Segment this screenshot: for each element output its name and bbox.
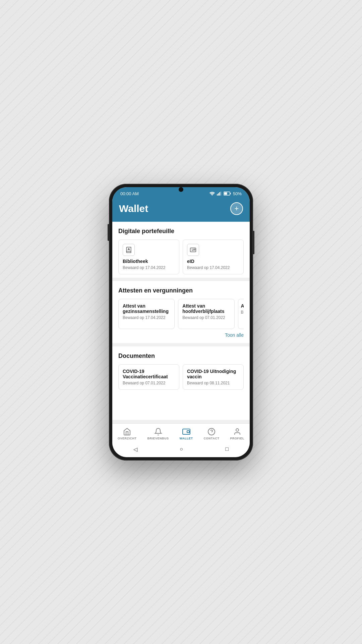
covid-vac-title: COVID-19 Vaccinatiecertificaat: [123, 369, 175, 379]
wifi-icon: [209, 192, 215, 196]
back-button[interactable]: ◁: [133, 446, 137, 452]
svg-rect-12: [187, 431, 189, 433]
svg-rect-4: [220, 192, 221, 196]
covid-uitnodiging-subtitle: Bewaard op 08.11.2021: [187, 381, 239, 385]
gezinssamenstelling-subtitle: Bewaard op 17.04.2022: [123, 315, 170, 320]
nav-brievenbus[interactable]: BRIEVENBUS: [144, 427, 172, 441]
svg-rect-1: [217, 194, 218, 196]
gezinssamenstelling-title: Attest van gezinssamenstelling: [123, 303, 170, 314]
eid-subtitle: Bewaard op 17.04.2022: [187, 265, 239, 270]
time-display: 00:00 AM: [120, 191, 139, 196]
phone-frame: 00:00 AM: [109, 184, 253, 461]
nav-overzicht[interactable]: OVERZICHT: [114, 427, 140, 441]
attests-section: Attesten en vergunningen Attest van gezi…: [112, 281, 250, 343]
covid-uitnodiging-card[interactable]: COVID-19 Uitnodiging vaccin Bewaard op 0…: [183, 364, 244, 390]
hoofdverblijfplaats-card[interactable]: Attest van hoofdverblijfplaats Bewaard o…: [178, 299, 234, 329]
nav-profiel-label: PROFIEL: [230, 437, 244, 440]
gezinssamenstelling-card[interactable]: Attest van gezinssamenstelling Bewaard o…: [118, 299, 175, 329]
app-title: Wallet: [119, 203, 148, 214]
eid-title: eID: [187, 259, 239, 264]
nav-contact[interactable]: CONTACT: [200, 427, 223, 441]
nav-profiel[interactable]: PROFIEL: [227, 427, 248, 441]
partial-title: Attes: [241, 303, 244, 309]
bottom-navigation: OVERZICHT BRIEVENBUS WALLET: [112, 423, 250, 443]
documenten-section: Documenten COVID-19 Vaccinatiecertificaa…: [112, 346, 250, 420]
covid-vac-card[interactable]: COVID-19 Vaccinatiecertificaat Bewaard o…: [118, 364, 179, 390]
bibliotheek-card[interactable]: Bibliotheek Bewaard op 17.04.2022: [118, 239, 179, 274]
show-all-row: Toon alle: [118, 329, 244, 340]
bell-icon: [154, 428, 162, 436]
nav-contact-label: CONTACT: [204, 437, 220, 440]
battery-icon: [224, 192, 231, 196]
digital-portfolio-cards: Bibliotheek Bewaard op 17.04.2022 eID: [118, 239, 244, 274]
svg-rect-10: [194, 249, 195, 250]
covid-uitnodiging-title: COVID-19 Uitnodiging vaccin: [187, 369, 239, 379]
covid-vac-subtitle: Bewaard op 07.01.2022: [123, 381, 175, 385]
bibliotheek-icon: [123, 244, 135, 256]
eid-card[interactable]: eID Bewaard op 17.04.2022: [183, 239, 244, 274]
bottom-spacer: [118, 390, 244, 417]
svg-rect-3: [219, 192, 220, 196]
eid-icon: [187, 244, 199, 256]
bibliotheek-title: Bibliotheek: [123, 259, 175, 264]
wallet-icon: [182, 428, 190, 436]
digital-portfolio-section: Digitale portefeuille Bibliotheek: [112, 222, 250, 278]
recent-button[interactable]: □: [225, 446, 229, 452]
attests-cards: Attest van gezinssamenstelling Bewaard o…: [118, 299, 244, 329]
battery-percent: 50%: [233, 191, 242, 196]
question-icon: [207, 428, 216, 436]
status-icons: 50%: [209, 191, 242, 196]
app-header: Wallet +: [112, 199, 250, 222]
svg-rect-7: [224, 193, 227, 195]
bibliotheek-subtitle: Bewaard op 17.04.2022: [123, 265, 175, 270]
digital-portfolio-title: Digitale portefeuille: [118, 228, 244, 235]
documenten-cards: COVID-19 Vaccinatiecertificaat Bewaard o…: [118, 364, 244, 390]
svg-point-0: [212, 195, 213, 196]
signal-icon: [217, 192, 222, 196]
partial-attest-card[interactable]: Attes Bewaa: [238, 299, 244, 329]
hoofdverblijfplaats-subtitle: Bewaard op 07.01.2022: [182, 315, 230, 320]
svg-rect-11: [183, 429, 190, 434]
person-icon: [233, 428, 241, 436]
phone-screen: 00:00 AM: [112, 187, 250, 457]
partial-subtitle: Bewaa: [241, 310, 244, 315]
main-content: Digitale portefeuille Bibliotheek: [112, 222, 250, 423]
attests-title: Attesten en vergunningen: [118, 287, 244, 294]
hoofdverblijfplaats-title: Attest van hoofdverblijfplaats: [182, 303, 230, 314]
documenten-title: Documenten: [118, 353, 244, 360]
svg-rect-2: [218, 193, 219, 196]
eid-svg: [190, 247, 196, 253]
book-svg: [125, 247, 132, 253]
add-button[interactable]: +: [230, 202, 243, 215]
nav-brievenbus-label: BRIEVENBUS: [147, 437, 169, 440]
show-all-link[interactable]: Toon alle: [225, 332, 244, 338]
camera-notch: [179, 187, 183, 192]
nav-overzicht-label: OVERZICHT: [118, 437, 137, 440]
android-navigation: ◁ ○ □: [112, 443, 250, 457]
home-button[interactable]: ○: [180, 446, 183, 452]
nav-wallet-label: WALLET: [180, 437, 193, 440]
nav-wallet[interactable]: WALLET: [176, 427, 196, 441]
svg-rect-6: [230, 193, 231, 194]
home-icon: [123, 428, 131, 436]
svg-point-15: [236, 429, 239, 431]
